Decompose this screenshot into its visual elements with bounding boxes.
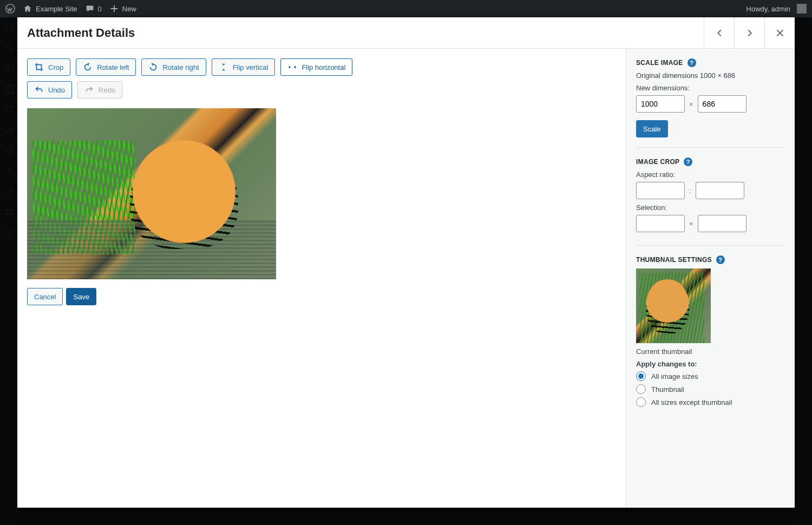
apply-thumbnail-label: Thumbnail — [651, 385, 684, 393]
image-edit-area: Crop Rotate left Rotate right Flip verti… — [17, 49, 626, 508]
save-button[interactable]: Save — [66, 288, 96, 305]
cancel-button[interactable]: Cancel — [27, 288, 63, 305]
scale-section: Scale Image ? Original dimensions 1000 ×… — [636, 58, 785, 148]
times-separator: × — [689, 100, 693, 108]
original-dimensions-text: Original dimensions 1000 × 686 — [636, 71, 785, 80]
apply-thumbnail-row[interactable]: Thumbnail — [636, 384, 785, 394]
apply-thumbnail-radio[interactable] — [636, 384, 646, 394]
wp-admin-bar: Example Site 0 New Howdy, admin — [0, 0, 812, 17]
selection-label: Selection: — [636, 204, 785, 212]
site-name: Example Site — [36, 5, 77, 13]
greeting-text: Howdy, admin — [746, 5, 790, 13]
image-preview[interactable] — [27, 108, 276, 279]
crop-button[interactable]: Crop — [27, 58, 70, 76]
flip-horizontal-label: Flip horizontal — [302, 63, 345, 71]
scale-heading: Scale Image — [636, 59, 683, 67]
edit-toolbar: Crop Rotate left Rotate right Flip verti… — [27, 58, 616, 76]
next-button[interactable] — [734, 17, 764, 48]
redo-button: Redo — [77, 81, 122, 99]
redo-icon — [84, 85, 94, 95]
rotate-left-button[interactable]: Rotate left — [76, 58, 136, 76]
scale-width-input[interactable] — [636, 95, 685, 113]
apply-except-label: All sizes except thumbnail — [651, 398, 732, 406]
aspect-ratio-label: Aspect ratio: — [636, 170, 785, 179]
apply-except-radio[interactable] — [636, 397, 646, 407]
chevron-right-icon — [744, 27, 756, 39]
apply-all-radio[interactable] — [636, 371, 646, 381]
crop-heading: Image Crop — [636, 158, 679, 166]
crop-section: Image Crop ? Aspect ratio: : Selection: … — [636, 158, 785, 246]
flip-horizontal-icon — [287, 62, 297, 72]
times-separator-2: × — [689, 220, 693, 228]
attachment-details-modal: Attachment Details Crop Rot — [17, 17, 795, 508]
flip-vertical-icon — [219, 62, 228, 72]
rotate-left-icon — [83, 62, 93, 72]
modal-header: Attachment Details — [17, 17, 795, 49]
thumbnail-section: Thumbnail Settings ? Current thumbnail A… — [636, 255, 785, 420]
aspect-width-input[interactable] — [636, 182, 685, 199]
thumbnail-heading: Thumbnail Settings — [636, 256, 712, 264]
selection-height-input[interactable] — [698, 215, 746, 232]
undo-icon — [34, 85, 44, 95]
wp-logo[interactable] — [5, 4, 15, 14]
modal-title: Attachment Details — [17, 26, 135, 40]
site-link[interactable]: Example Site — [23, 4, 77, 14]
rotate-left-label: Rotate left — [97, 63, 129, 71]
rotate-right-button[interactable]: Rotate right — [141, 58, 206, 76]
flip-horizontal-button[interactable]: Flip horizontal — [280, 58, 352, 76]
apply-all-label: All image sizes — [651, 372, 698, 380]
new-link[interactable]: New — [109, 4, 136, 14]
aspect-height-input[interactable] — [696, 182, 744, 199]
thumbnail-help-icon[interactable]: ? — [716, 255, 725, 264]
redo-label: Redo — [99, 86, 115, 94]
new-label: New — [122, 5, 136, 13]
apply-changes-label: Apply changes to: — [636, 360, 785, 368]
scale-button[interactable]: Scale — [636, 120, 668, 137]
rotate-right-icon — [148, 62, 158, 72]
greeting-link[interactable]: Howdy, admin — [746, 4, 807, 14]
flip-vertical-button[interactable]: Flip vertical — [212, 58, 276, 76]
prev-button[interactable] — [704, 17, 734, 48]
flip-vertical-label: Flip vertical — [233, 63, 269, 71]
rotate-right-label: Rotate right — [162, 63, 199, 71]
scale-help-icon[interactable]: ? — [687, 58, 696, 67]
crop-help-icon[interactable]: ? — [684, 158, 692, 166]
image-settings-panel: Scale Image ? Original dimensions 1000 ×… — [626, 49, 795, 508]
undo-button[interactable]: Undo — [27, 81, 72, 99]
scale-button-label: Scale — [643, 125, 661, 133]
image-water-overlay — [27, 220, 276, 279]
current-thumbnail-label: Current thumbnail — [636, 347, 785, 356]
comments-count: 0 — [98, 5, 102, 13]
apply-except-row[interactable]: All sizes except thumbnail — [636, 397, 785, 407]
selection-width-input[interactable] — [636, 215, 685, 232]
crop-label: Crop — [48, 63, 63, 71]
avatar-icon — [797, 4, 807, 14]
chevron-left-icon — [713, 27, 725, 39]
close-button[interactable] — [764, 17, 795, 48]
new-dimensions-label: New dimensions: — [636, 84, 785, 92]
cancel-label: Cancel — [34, 293, 56, 301]
colon-separator: : — [689, 187, 691, 195]
thumbnail-preview — [636, 268, 711, 343]
apply-all-row[interactable]: All image sizes — [636, 371, 785, 381]
comments-link[interactable]: 0 — [85, 4, 102, 14]
undo-label: Undo — [48, 86, 65, 94]
image-stripes-overlay — [130, 152, 238, 249]
scale-height-input[interactable] — [698, 95, 746, 113]
close-icon — [774, 27, 786, 39]
save-label: Save — [73, 293, 89, 301]
crop-icon — [34, 62, 44, 72]
